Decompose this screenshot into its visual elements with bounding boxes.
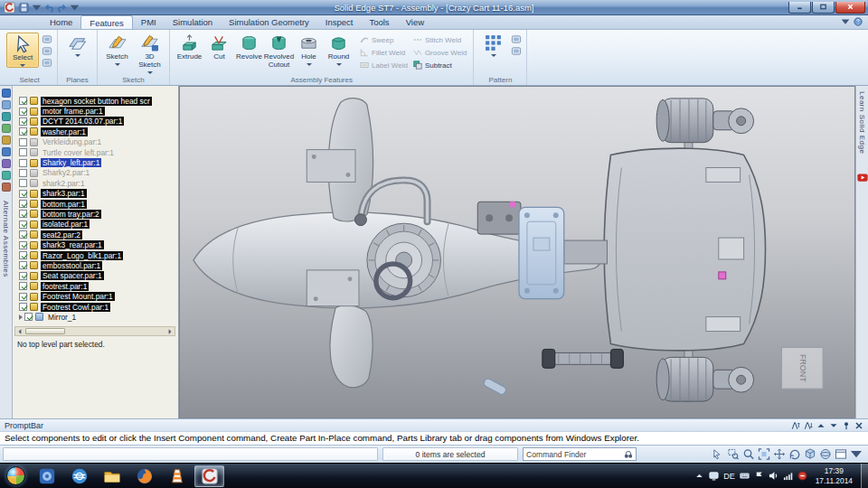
action-center-icon[interactable] (754, 471, 764, 481)
selection-tools-icon[interactable] (2, 147, 11, 156)
visibility-checkbox[interactable] (19, 169, 27, 177)
vlc-button[interactable] (162, 465, 192, 487)
scrollbar-thumb[interactable] (25, 328, 65, 334)
fit-icon[interactable] (758, 448, 770, 460)
visibility-checkbox[interactable] (24, 313, 33, 321)
zoom-area-icon[interactable] (727, 448, 740, 460)
volume-icon[interactable] (769, 471, 778, 481)
subtract-button[interactable]: Subtract (413, 61, 467, 70)
tree-item[interactable]: washer.par:1 (13, 127, 178, 136)
tab-features[interactable]: Features (80, 15, 133, 29)
visibility-checkbox[interactable] (19, 108, 27, 116)
language-indicator[interactable]: DE (723, 472, 735, 481)
tree-item[interactable]: isolated.par:1 (13, 220, 178, 230)
tree-item[interactable]: footrest.par:1 (13, 281, 178, 291)
tree-item[interactable]: bottom.par:1 (13, 199, 178, 209)
show-hidden-icon[interactable] (694, 471, 704, 481)
rotate-icon[interactable] (788, 448, 801, 460)
tree-item[interactable]: DCYT 2014.03.07.par:1 (13, 117, 178, 127)
font-up-icon[interactable] (791, 421, 800, 430)
tree-item[interactable]: embosstool.par:1 (13, 260, 178, 270)
scroll-right-icon[interactable] (166, 328, 174, 335)
label-weld-button[interactable]: Label Weld (360, 61, 408, 70)
stitch-weld-button[interactable]: Stitch Weld (413, 35, 467, 44)
network-icon[interactable] (783, 471, 793, 481)
3d-sketch-button[interactable]: 3D Sketch (135, 33, 165, 74)
tool-icon[interactable] (511, 46, 522, 56)
start-button[interactable] (2, 464, 29, 488)
visibility-checkbox[interactable] (19, 179, 27, 187)
sketch-button[interactable]: Sketch (102, 33, 132, 66)
tree-item[interactable]: Seat spacer.par:1 (13, 271, 178, 281)
visibility-checkbox[interactable] (19, 127, 27, 136)
view-orientation-indicator[interactable]: FRONT (781, 347, 823, 389)
tool-icon[interactable] (42, 46, 52, 56)
tree-item[interactable]: Sharky_left.par:1 (13, 157, 178, 167)
tree-item[interactable]: hexagon socket button head scr (13, 96, 178, 106)
dropdown-sm-icon[interactable] (841, 17, 850, 26)
undo-icon[interactable] (44, 3, 54, 13)
close-button[interactable] (835, 2, 865, 14)
planes-button[interactable] (62, 33, 92, 57)
tree-item[interactable]: shark3.par:1 (13, 189, 178, 199)
internet-explorer-button[interactable] (64, 465, 94, 487)
alternate-assemblies-tab[interactable]: Alternate Assemblies (2, 201, 10, 277)
select-button[interactable]: Select (6, 33, 39, 68)
visibility-checkbox[interactable] (19, 221, 27, 229)
layers-icon[interactable] (2, 112, 11, 121)
dropdown-sm-icon[interactable] (850, 448, 863, 460)
visibility-checkbox[interactable] (19, 272, 27, 280)
clock[interactable]: 17:39 17.11.2014 (812, 466, 856, 485)
tab-tools[interactable]: Tools (361, 15, 397, 29)
groove-weld-button[interactable]: Groove Weld (413, 48, 467, 57)
keyboard-icon[interactable] (740, 471, 750, 481)
tree-item[interactable]: bottom tray.par:2 (13, 209, 178, 219)
visibility-checkbox[interactable] (19, 148, 27, 156)
pathfinder-icon[interactable] (2, 100, 11, 109)
tree-item[interactable]: seat2.par:2 (13, 230, 178, 239)
tool-icon[interactable] (511, 34, 522, 44)
tree-item[interactable]: Footrest Cowl.par:1 (13, 302, 178, 312)
fillet-weld-button[interactable]: Fillet Weld (360, 48, 408, 57)
down-icon[interactable] (829, 421, 838, 430)
tree-item[interactable]: Mirror_1 (13, 312, 178, 322)
revolve-button[interactable]: Revolve (234, 33, 264, 70)
tab-inspect[interactable]: Inspect (317, 15, 362, 29)
visibility-checkbox[interactable] (19, 190, 27, 198)
visibility-checkbox[interactable] (19, 117, 27, 126)
visibility-checkbox[interactable] (19, 97, 27, 105)
pattern-button[interactable] (478, 33, 508, 57)
sensors-icon[interactable] (2, 124, 11, 133)
show-desktop-button[interactable] (861, 464, 868, 488)
pin-icon[interactable] (842, 421, 851, 430)
visibility-checkbox[interactable] (19, 251, 27, 259)
binoculars-icon[interactable] (624, 450, 633, 459)
learn-solid-edge-tab[interactable]: Learn Solid Edge (858, 91, 866, 154)
font-down-icon[interactable] (804, 421, 813, 430)
expander-icon[interactable] (19, 314, 23, 320)
web-browser-icon[interactable] (2, 183, 11, 192)
visibility-checkbox[interactable] (19, 303, 27, 311)
visibility-checkbox[interactable] (19, 282, 27, 290)
visibility-checkbox[interactable] (19, 241, 27, 249)
application-button[interactable] (4, 2, 15, 14)
visibility-checkbox[interactable] (19, 159, 27, 167)
scrollbar-track[interactable] (65, 328, 165, 334)
tree-item[interactable]: Footrest Mount.par:1 (13, 291, 178, 301)
windows-explorer-button[interactable] (97, 465, 127, 487)
revolved-cutout-button[interactable]: Revolved Cutout (264, 33, 294, 70)
tab-home[interactable]: Home (42, 15, 80, 29)
tree-item[interactable]: motor frame.par:1 (13, 106, 178, 116)
parts-library-icon[interactable] (2, 89, 11, 98)
simulate-icon[interactable] (2, 136, 11, 145)
visibility-checkbox[interactable] (19, 293, 27, 301)
hole-button[interactable]: Hole (294, 33, 324, 70)
media-center-button[interactable] (32, 465, 61, 487)
minimize-button[interactable] (788, 2, 811, 14)
family-of-assemblies-icon[interactable] (2, 159, 11, 168)
solid-edge-button[interactable] (194, 465, 224, 487)
tray-monitor-icon[interactable] (709, 471, 719, 481)
tree-item[interactable]: shark3_rear.par:1 (13, 239, 178, 249)
window-view-icon[interactable] (835, 448, 847, 460)
youtube-icon[interactable] (857, 174, 868, 182)
